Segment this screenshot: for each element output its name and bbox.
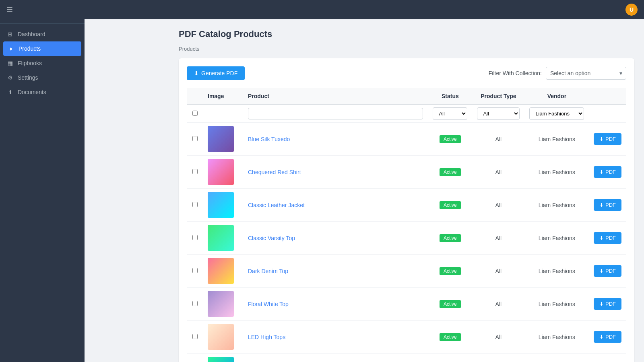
pdf-button-2[interactable]: ⬇ PDF (594, 166, 621, 178)
filter-type-cell: All (472, 105, 524, 123)
breadcrumb: Products (179, 46, 634, 52)
row-product-cell: Classic Leather Jacket (243, 189, 428, 222)
product-thumbnail (208, 258, 234, 284)
row-vendor-cell: Liam Fashions (524, 222, 589, 255)
table-row: Long Sleeve Cotton Top Active All Liam F… (187, 354, 626, 362)
row-action-cell: ⬇ PDF (589, 222, 626, 255)
main-content: PDF Catalog Products Products ⬇ Generate… (169, 19, 644, 362)
row-type-cell: All (472, 288, 524, 321)
row-check-cell (187, 123, 203, 156)
table-header-row: Image Product Status Product Type Vendor (187, 88, 626, 105)
th-type: Product Type (472, 88, 524, 105)
sidebar-item-label: Settings (18, 74, 38, 81)
row-product-cell: Dark Denim Top (243, 255, 428, 288)
product-thumbnail (208, 159, 234, 185)
pdf-button-6[interactable]: ⬇ PDF (594, 298, 621, 310)
row-type-cell: All (472, 123, 524, 156)
row-image-cell (203, 288, 243, 321)
row-status-cell: Active (428, 354, 472, 362)
row-product-cell: Blue Silk Tuxedo (243, 123, 428, 156)
row-type-cell: All (472, 255, 524, 288)
sidebar-item-label: Flipbooks (18, 60, 42, 66)
pdf-button-4[interactable]: ⬇ PDF (594, 232, 621, 244)
status-badge: Active (440, 333, 461, 341)
row-type-cell: All (472, 222, 524, 255)
row-status-cell: Active (428, 189, 472, 222)
sidebar-item-dashboard[interactable]: ⊞ Dashboard (0, 27, 85, 41)
products-table-wrapper: Image Product Status Product Type Vendor (187, 88, 626, 362)
pdf-button-3[interactable]: ⬇ PDF (594, 199, 621, 211)
product-search-input[interactable] (248, 108, 423, 119)
table-row: LED High Tops Active All Liam Fashions ⬇… (187, 321, 626, 354)
row-checkbox-7[interactable] (192, 334, 198, 339)
row-checkbox-4[interactable] (192, 235, 198, 240)
pdf-button-7[interactable]: ⬇ PDF (594, 331, 621, 343)
type-filter-select[interactable]: All (477, 107, 520, 120)
product-name[interactable]: Dark Denim Top (248, 268, 288, 274)
row-checkbox-6[interactable] (192, 301, 198, 306)
row-action-cell: ⬇ PDF (589, 156, 626, 189)
filter-check-cell (187, 105, 203, 123)
sidebar-item-products[interactable]: ♦ Products (3, 41, 81, 56)
settings-icon: ⚙ (6, 74, 14, 81)
row-checkbox-1[interactable] (192, 136, 198, 141)
pdf-button-1[interactable]: ⬇ PDF (594, 133, 621, 145)
row-action-cell: ⬇ PDF (589, 321, 626, 354)
user-avatar[interactable]: U (625, 4, 638, 16)
sidebar-item-label: Products (19, 45, 41, 52)
product-name[interactable]: Floral White Top (248, 301, 289, 307)
products-card: ⬇ Generate PDF Filter With Collection: S… (179, 58, 634, 362)
row-vendor-cell: Liam Fashions (524, 189, 589, 222)
products-table: Image Product Status Product Type Vendor (187, 88, 626, 362)
row-check-cell (187, 222, 203, 255)
select-all-checkbox[interactable] (192, 111, 198, 116)
product-thumbnail (208, 291, 234, 317)
row-checkbox-5[interactable] (192, 268, 198, 273)
row-check-cell (187, 255, 203, 288)
table-filter-row: All All Liam Fashions (187, 105, 626, 123)
product-name[interactable]: Classic Leather Jacket (248, 202, 305, 208)
product-name[interactable]: Chequered Red Shirt (248, 169, 301, 175)
row-vendor-cell: Liam Fashions (524, 156, 589, 189)
row-check-cell (187, 288, 203, 321)
product-name[interactable]: Classic Varsity Top (248, 235, 295, 241)
sidebar-item-settings[interactable]: ⚙ Settings (0, 70, 85, 85)
row-product-cell: Long Sleeve Cotton Top (243, 354, 428, 362)
hamburger-icon[interactable]: ☰ (6, 5, 13, 14)
row-checkbox-3[interactable] (192, 202, 198, 207)
row-check-cell (187, 321, 203, 354)
row-status-cell: Active (428, 222, 472, 255)
table-row: Chequered Red Shirt Active All Liam Fash… (187, 156, 626, 189)
row-status-cell: Active (428, 255, 472, 288)
pdf-button-5[interactable]: ⬇ PDF (594, 265, 621, 277)
sidebar-item-documents[interactable]: ℹ Documents (0, 85, 85, 99)
product-thumbnail (208, 324, 234, 350)
filter-label: Filter With Collection: (489, 70, 542, 76)
product-thumbnail (208, 357, 234, 362)
generate-pdf-label: Generate PDF (201, 70, 237, 76)
collection-filter-select[interactable]: Select an option (546, 67, 626, 80)
status-filter-select[interactable]: All (433, 107, 467, 120)
row-check-cell (187, 354, 203, 362)
dashboard-icon: ⊞ (6, 31, 14, 37)
sidebar: PDF Catalog Printer ⊞ Dashboard ♦ Produc… (0, 0, 85, 362)
th-status: Status (428, 88, 472, 105)
row-status-cell: Active (428, 123, 472, 156)
filter-product-cell (243, 105, 428, 123)
row-image-cell (203, 156, 243, 189)
th-select (187, 88, 203, 105)
vendor-filter-select[interactable]: Liam Fashions (529, 107, 584, 120)
th-image: Image (203, 88, 243, 105)
generate-pdf-button[interactable]: ⬇ Generate PDF (187, 66, 245, 80)
product-name[interactable]: Blue Silk Tuxedo (248, 136, 290, 142)
row-product-cell: Chequered Red Shirt (243, 156, 428, 189)
status-badge: Active (440, 234, 461, 242)
row-checkbox-2[interactable] (192, 169, 198, 174)
download-icon: ⬇ (194, 70, 199, 76)
row-image-cell (203, 255, 243, 288)
row-check-cell (187, 189, 203, 222)
sidebar-item-label: Documents (18, 89, 46, 95)
product-name[interactable]: LED High Tops (248, 334, 285, 340)
row-product-cell: Floral White Top (243, 288, 428, 321)
sidebar-item-flipbooks[interactable]: ▦ Flipbooks (0, 56, 85, 70)
